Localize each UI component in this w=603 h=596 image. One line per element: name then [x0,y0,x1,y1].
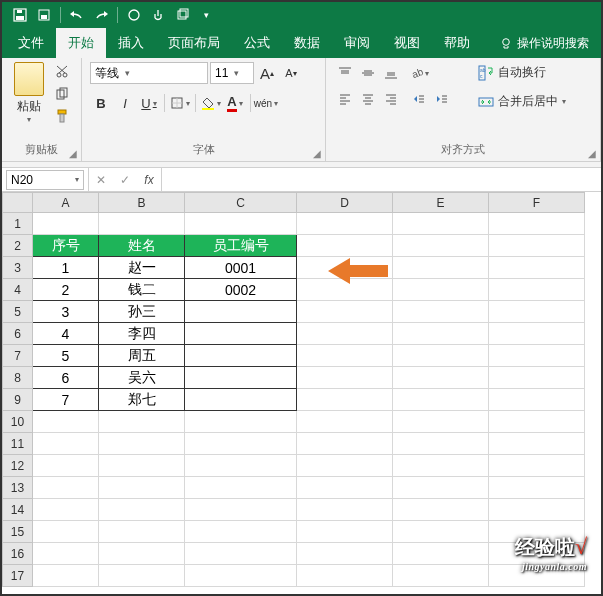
cell[interactable] [393,433,489,455]
cell[interactable] [33,565,99,587]
cell[interactable] [33,411,99,433]
underline-button[interactable]: U▾ [138,92,160,114]
cell[interactable] [185,345,297,367]
cell[interactable] [489,411,585,433]
cell[interactable] [185,455,297,477]
redo-icon[interactable] [92,6,110,24]
cell[interactable]: 员工编号 [185,235,297,257]
col-header[interactable]: E [393,193,489,213]
cell[interactable] [185,565,297,587]
row-header[interactable]: 12 [3,455,33,477]
row-header[interactable]: 6 [3,323,33,345]
cell[interactable] [99,433,185,455]
cell[interactable] [297,235,393,257]
decrease-indent-icon[interactable] [408,88,430,110]
cell[interactable] [393,301,489,323]
cell[interactable] [393,477,489,499]
col-header[interactable]: F [489,193,585,213]
name-box[interactable]: N20▾ [6,170,84,190]
orientation-icon[interactable]: ab▾ [408,62,430,84]
cut-icon[interactable] [51,62,73,82]
cell[interactable] [99,411,185,433]
cell[interactable] [33,521,99,543]
cell[interactable] [297,367,393,389]
cell[interactable] [185,411,297,433]
cell[interactable] [33,543,99,565]
cell[interactable] [185,521,297,543]
cell[interactable] [297,301,393,323]
cell[interactable] [489,455,585,477]
cell[interactable] [33,499,99,521]
cell[interactable] [489,235,585,257]
cell[interactable]: 7 [33,389,99,411]
col-header[interactable]: C [185,193,297,213]
cell[interactable] [185,389,297,411]
cell[interactable] [297,389,393,411]
cell[interactable] [297,213,393,235]
cell[interactable] [99,213,185,235]
cell[interactable] [297,543,393,565]
cell[interactable] [185,323,297,345]
cell[interactable]: 3 [33,301,99,323]
row-header[interactable]: 10 [3,411,33,433]
row-header[interactable]: 14 [3,499,33,521]
dialog-launcher-icon[interactable]: ◢ [588,148,596,159]
tab-page-layout[interactable]: 页面布局 [156,28,232,58]
formula-input[interactable] [162,170,601,190]
cell[interactable] [33,433,99,455]
merge-center-button[interactable]: 合并后居中 ▾ [474,91,570,112]
cell[interactable] [99,477,185,499]
bold-button[interactable]: B [90,92,112,114]
tab-help[interactable]: 帮助 [432,28,482,58]
cell[interactable] [99,543,185,565]
dialog-launcher-icon[interactable]: ◢ [69,148,77,159]
tab-formulas[interactable]: 公式 [232,28,282,58]
format-painter-icon[interactable] [51,106,73,126]
cell[interactable] [393,257,489,279]
cell[interactable] [489,499,585,521]
copy-icon[interactable] [51,84,73,104]
cell[interactable] [393,389,489,411]
row-header[interactable]: 3 [3,257,33,279]
cell[interactable]: 4 [33,323,99,345]
tab-review[interactable]: 审阅 [332,28,382,58]
border-button[interactable]: ▾ [169,92,191,114]
cell[interactable] [393,367,489,389]
wrap-text-button[interactable]: abc 自动换行 [474,62,570,83]
cell[interactable]: 2 [33,279,99,301]
save-icon[interactable] [11,6,29,24]
cell[interactable]: 郑七 [99,389,185,411]
cell[interactable] [393,235,489,257]
cell[interactable] [185,367,297,389]
cell[interactable] [33,213,99,235]
cell[interactable]: 0002 [185,279,297,301]
fill-color-button[interactable]: ▾ [200,92,222,114]
cell[interactable] [99,565,185,587]
cell[interactable] [297,455,393,477]
cell[interactable] [185,499,297,521]
cell[interactable] [393,323,489,345]
cell[interactable] [297,477,393,499]
cell[interactable] [489,279,585,301]
cell[interactable] [99,499,185,521]
select-all-corner[interactable] [3,193,33,213]
align-top-icon[interactable] [334,62,356,84]
cell[interactable] [185,301,297,323]
phonetic-button[interactable]: wén▾ [255,92,277,114]
qat-button[interactable] [173,6,191,24]
tab-data[interactable]: 数据 [282,28,332,58]
tell-me-search[interactable]: 操作说明搜索 [491,29,597,58]
cell[interactable] [489,389,585,411]
cell[interactable]: 吴六 [99,367,185,389]
align-left-icon[interactable] [334,88,356,110]
cell[interactable]: 李四 [99,323,185,345]
cell[interactable] [393,499,489,521]
cancel-icon[interactable]: ✕ [89,168,113,191]
row-header[interactable]: 17 [3,565,33,587]
qat-dropdown[interactable]: ▾ [197,6,215,24]
tab-file[interactable]: 文件 [6,28,56,58]
row-header[interactable]: 2 [3,235,33,257]
cell[interactable] [393,565,489,587]
paste-button[interactable]: 粘贴 ▾ [10,62,47,124]
cell[interactable] [99,455,185,477]
